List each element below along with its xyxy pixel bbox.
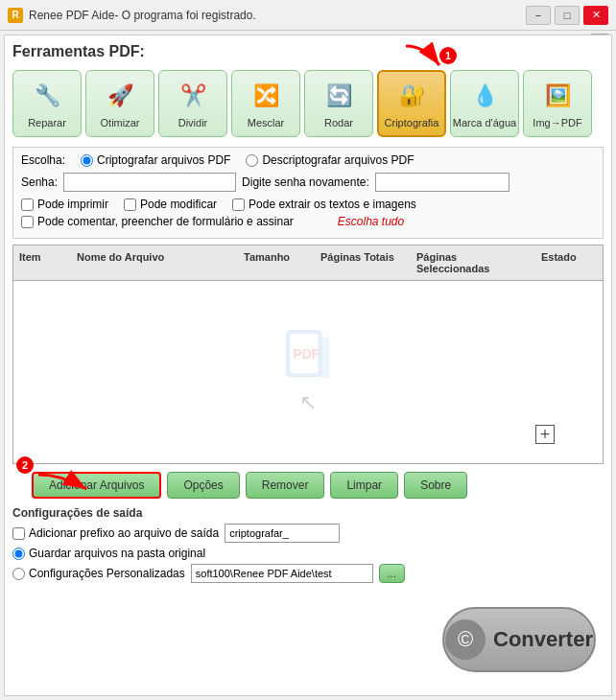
radio-criptografar-input[interactable] [81, 154, 93, 167]
pdf-placeholder: PDF ↖ [279, 329, 337, 415]
table-header: Item Nome do Arquivo Tamanho Páginas Tot… [13, 245, 603, 281]
opcoes-button[interactable]: Opções [167, 472, 239, 499]
sobre-button[interactable]: Sobre [404, 472, 467, 499]
tool-dividir[interactable]: ✂️ Dividir [158, 70, 227, 137]
converter-icon: © [445, 619, 486, 660]
browse-button[interactable]: ... [379, 564, 405, 583]
rodar-icon: 🔄 [321, 79, 356, 113]
check-modificar-input[interactable] [124, 198, 136, 211]
check-prefixo[interactable]: Adicionar prefixo ao arquivo de saída [12, 526, 219, 540]
config-path-input[interactable] [191, 564, 373, 583]
badge-2: 2 [16, 456, 34, 474]
tool-marca-dagua[interactable]: 💧 Marca d'água [450, 70, 519, 137]
tool-dividir-label: Dividir [178, 117, 208, 128]
radio-criptografar[interactable]: Criptografar arquivos PDF [81, 153, 230, 167]
check-prefixo-input[interactable] [12, 527, 25, 540]
badge-1: 1 [439, 47, 457, 64]
tool-mesclar[interactable]: 🔀 Mesclar [231, 70, 300, 137]
svg-text:PDF: PDF [294, 347, 320, 362]
converter-label: Converter [493, 627, 593, 652]
radio-descriptografar[interactable]: Descriptografar arquivos PDF [246, 153, 414, 167]
toolbar: 1 🔧 Reparar 🚀 Otimizar ✂️ Dividir 🔀 Mesc… [12, 70, 604, 137]
check-textos-imagens-input[interactable] [232, 198, 245, 211]
tool-img-pdf-label: Img→PDF [533, 117, 581, 128]
escolha-label: Escolha: [21, 153, 65, 167]
password-row: Senha: Digite senha novamente: [21, 173, 595, 192]
options-area: Escolha: Criptografar arquivos PDF Descr… [12, 147, 604, 239]
converter-button[interactable]: © Converter [442, 607, 596, 672]
prefixo-input[interactable] [225, 524, 340, 543]
tool-criptografia-label: Criptografia [385, 117, 439, 128]
reparar-icon: 🔧 [30, 79, 64, 113]
title-bar-left: R Renee PDF Aide- O programa foi registr… [8, 8, 256, 23]
title-bar-title: Renee PDF Aide- O programa foi registrad… [29, 9, 256, 22]
file-table: Item Nome do Arquivo Tamanho Páginas Tot… [12, 245, 604, 464]
th-paginas-totais: Páginas Totais [315, 249, 411, 276]
th-item: Item [13, 249, 71, 276]
radio-criptografar-label: Criptografar arquivos PDF [97, 153, 230, 167]
img-pdf-icon: 🖼️ [540, 79, 575, 113]
check-imprimir[interactable]: Pode imprimir [21, 198, 108, 211]
output-title: Configurações de saída [12, 506, 604, 520]
remover-button[interactable]: Remover [246, 472, 325, 499]
tool-reparar-label: Reparar [28, 117, 66, 128]
app-icon: R [8, 8, 23, 23]
tool-img-pdf[interactable]: 🖼️ Img→PDF [523, 70, 592, 137]
check-comentar[interactable]: Pode comentar, preencher de formulário e… [21, 215, 294, 228]
escolha-tudo-label: Escolha tudo [338, 215, 404, 228]
arrow-2-annotation [34, 470, 101, 502]
check-prefixo-label: Adicionar prefixo ao arquivo de saída [29, 526, 219, 540]
checkbox-row-2: Pode comentar, preencher de formulário e… [21, 215, 595, 228]
criptografia-icon: 🔐 [394, 79, 429, 113]
radio-pasta-original-label: Guardar arquivos na pasta original [29, 547, 205, 560]
tool-rodar-label: Rodar [324, 117, 353, 128]
tool-otimizar-label: Otimizar [101, 117, 140, 128]
tool-mesclar-label: Mesclar [248, 117, 285, 128]
otimizar-icon: 🚀 [103, 79, 137, 113]
senha-label: Senha: [21, 175, 58, 189]
check-textos-imagens[interactable]: Pode extrair os textos e imagens [232, 198, 416, 211]
check-modificar-label: Pode modificar [140, 198, 217, 211]
limpar-button[interactable]: Limpar [330, 472, 398, 499]
action-buttons-row: 2 Adicionar Arquivos Opções Remover Limp… [12, 472, 604, 499]
radio-pasta-original[interactable]: Guardar arquivos na pasta original [12, 547, 205, 560]
check-modificar[interactable]: Pode modificar [124, 198, 217, 211]
repita-label: Digite senha novamente: [242, 175, 369, 189]
radio-config-personalizadas-label: Configurações Personalizadas [29, 567, 185, 580]
tool-otimizar[interactable]: 🚀 Otimizar [85, 70, 154, 137]
check-textos-imagens-label: Pode extrair os textos e imagens [249, 198, 416, 211]
main-content: Ferramentas PDF: 1 🔧 Reparar 🚀 Otimizar [4, 35, 612, 696]
radio-config-personalizadas[interactable]: Configurações Personalizadas [12, 567, 185, 580]
maximize-button[interactable]: □ [555, 6, 580, 25]
radio-descriptografar-input[interactable] [246, 154, 258, 167]
radio-pasta-original-input[interactable] [12, 548, 25, 560]
th-paginas-selecionadas: Páginas Seleccionadas [411, 249, 535, 276]
radio-config-personalizadas-input[interactable] [12, 568, 25, 580]
close-button[interactable]: ✕ [583, 6, 608, 25]
check-comentar-label: Pode comentar, preencher de formulário e… [37, 215, 294, 228]
title-bar-controls: − □ ✕ [526, 6, 608, 25]
prefixo-row: Adicionar prefixo ao arquivo de saída [12, 524, 604, 543]
marca-dagua-icon: 💧 [467, 79, 502, 113]
add-icon: + [535, 425, 555, 444]
title-bar: R Renee PDF Aide- O programa foi registr… [0, 0, 616, 31]
radio-descriptografar-label: Descriptografar arquivos PDF [262, 153, 414, 167]
minimize-button[interactable]: − [526, 6, 551, 25]
encrypt-options-row: Escolha: Criptografar arquivos PDF Descr… [21, 153, 595, 167]
senha-input[interactable] [63, 173, 236, 192]
check-comentar-input[interactable] [21, 216, 34, 228]
check-imprimir-input[interactable] [21, 198, 34, 211]
tool-criptografia[interactable]: 🔐 Criptografia [377, 70, 446, 137]
check-imprimir-label: Pode imprimir [37, 198, 108, 211]
th-estado: Estado [535, 249, 603, 276]
mesclar-icon: 🔀 [249, 79, 283, 113]
tool-reparar[interactable]: 🔧 Reparar [12, 70, 82, 137]
config-personalizadas-row: Configurações Personalizadas ... [12, 564, 604, 583]
tool-marca-dagua-label: Marca d'água [453, 117, 516, 128]
output-section: Configurações de saída Adicionar prefixo… [12, 506, 604, 583]
repita-input[interactable] [375, 173, 509, 192]
th-tamanho: Tamanho [238, 249, 315, 276]
tool-rodar[interactable]: 🔄 Rodar [304, 70, 373, 137]
pasta-original-row: Guardar arquivos na pasta original [12, 547, 604, 560]
checkbox-row-1: Pode imprimir Pode modificar Pode extrai… [21, 198, 595, 211]
